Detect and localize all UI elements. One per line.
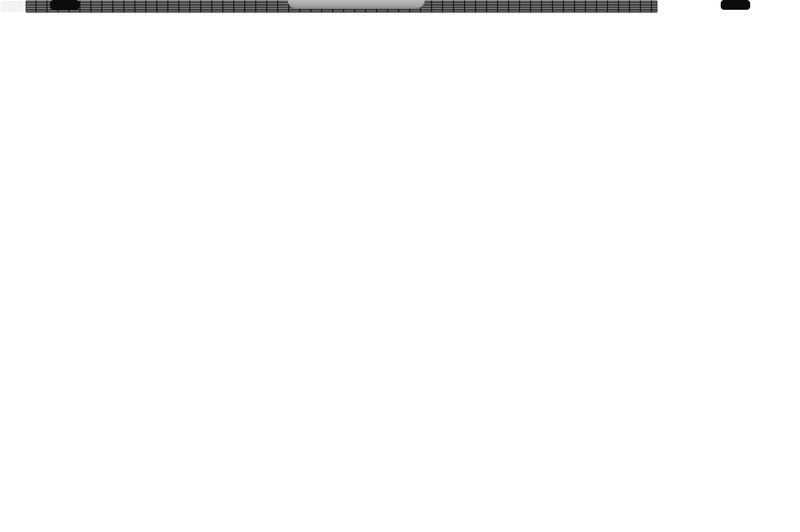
laptop-foot-left [50,0,79,10]
laptop-foot-right [721,0,750,10]
screenshot-canvas: Pavadinimas Pagrindinis Paslaugos Projek… [0,0,800,532]
laptop-lid-lift-notch [288,0,425,9]
speaker-grille-left-icon [1,1,23,12]
